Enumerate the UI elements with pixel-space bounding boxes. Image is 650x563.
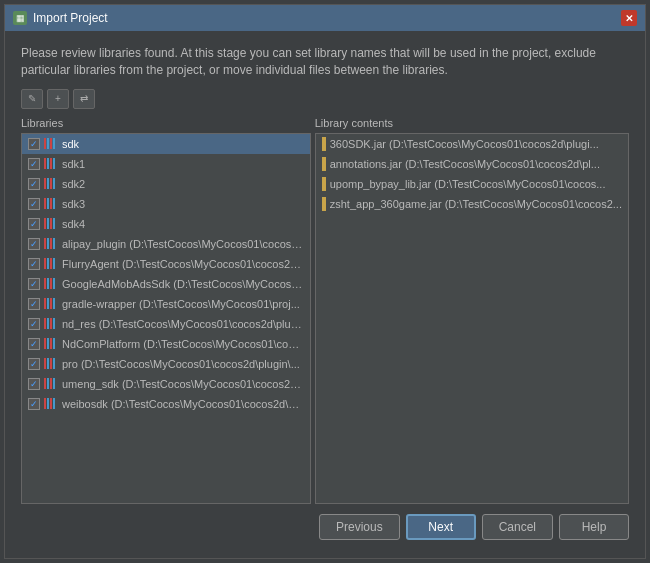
lib-name: pro (D:\TestCocos\MyCocos01\cocos2d\plug… xyxy=(62,358,300,370)
lib-checkbox[interactable]: ✓ xyxy=(28,298,40,310)
contents-label: Library contents xyxy=(315,117,629,129)
import-project-window: ▦ Import Project ✕ Please review librari… xyxy=(4,4,646,559)
content-separator-icon xyxy=(322,137,326,151)
list-item[interactable]: ✓FlurryAgent (D:\TestCocos\MyCocos01\coc… xyxy=(22,254,310,274)
previous-button[interactable]: Previous xyxy=(319,514,400,540)
lib-checkbox[interactable]: ✓ xyxy=(28,358,40,370)
window-icon: ▦ xyxy=(13,11,27,25)
list-item[interactable]: ✓alipay_plugin (D:\TestCocos\MyCocos01\c… xyxy=(22,234,310,254)
lib-name: gradle-wrapper (D:\TestCocos\MyCocos01\p… xyxy=(62,298,300,310)
lib-checkbox[interactable]: ✓ xyxy=(28,238,40,250)
lib-name: sdk4 xyxy=(62,218,85,230)
lib-name: sdk1 xyxy=(62,158,85,170)
lib-icon xyxy=(44,177,58,191)
list-item[interactable]: annotations.jar (D:\TestCocos\MyCocos01\… xyxy=(316,154,628,174)
footer-buttons: Previous Next Cancel Help xyxy=(21,504,629,544)
content-name: zsht_app_360game.jar (D:\TestCocos\MyCoc… xyxy=(330,198,622,210)
list-item[interactable]: ✓sdk4 xyxy=(22,214,310,234)
lib-name: alipay_plugin (D:\TestCocos\MyCocos01\co… xyxy=(62,238,304,250)
libraries-label: Libraries xyxy=(21,117,311,129)
main-content: Please review libraries found. At this s… xyxy=(5,31,645,558)
edit-library-button[interactable]: + xyxy=(47,89,69,109)
list-item[interactable]: ✓GoogleAdMobAdsSdk (D:\TestCocos\MyCocos… xyxy=(22,274,310,294)
title-bar-left: ▦ Import Project xyxy=(13,11,108,25)
lib-checkbox[interactable]: ✓ xyxy=(28,338,40,350)
lib-icon xyxy=(44,337,58,351)
toolbar: ✎ + ⇄ xyxy=(21,89,629,109)
lib-icon xyxy=(44,257,58,271)
list-item[interactable]: ✓umeng_sdk (D:\TestCocos\MyCocos01\cocos… xyxy=(22,374,310,394)
lib-icon xyxy=(44,297,58,311)
lib-name: umeng_sdk (D:\TestCocos\MyCocos01\cocos2… xyxy=(62,378,304,390)
lib-name: FlurryAgent (D:\TestCocos\MyCocos01\coco… xyxy=(62,258,304,270)
cancel-button[interactable]: Cancel xyxy=(482,514,553,540)
remove-library-button[interactable]: ⇄ xyxy=(73,89,95,109)
close-button[interactable]: ✕ xyxy=(621,10,637,26)
lib-name: sdk3 xyxy=(62,198,85,210)
list-item[interactable]: zsht_app_360game.jar (D:\TestCocos\MyCoc… xyxy=(316,194,628,214)
lib-icon xyxy=(44,197,58,211)
lib-icon xyxy=(44,137,58,151)
contents-panel: Library contents 360SDK.jar (D:\TestCoco… xyxy=(315,117,629,504)
lib-name: nd_res (D:\TestCocos\MyCocos01\cocos2d\p… xyxy=(62,318,304,330)
lib-icon xyxy=(44,357,58,371)
window-title: Import Project xyxy=(33,11,108,25)
lib-checkbox[interactable]: ✓ xyxy=(28,218,40,230)
help-button[interactable]: Help xyxy=(559,514,629,540)
list-item[interactable]: ✓nd_res (D:\TestCocos\MyCocos01\cocos2d\… xyxy=(22,314,310,334)
lib-checkbox[interactable]: ✓ xyxy=(28,158,40,170)
contents-list[interactable]: 360SDK.jar (D:\TestCocos\MyCocos01\cocos… xyxy=(315,133,629,504)
lib-icon xyxy=(44,237,58,251)
list-item[interactable]: ✓sdk2 xyxy=(22,174,310,194)
lib-checkbox[interactable]: ✓ xyxy=(28,318,40,330)
next-button[interactable]: Next xyxy=(406,514,476,540)
lib-checkbox[interactable]: ✓ xyxy=(28,398,40,410)
content-separator-icon xyxy=(322,157,326,171)
lib-name: weibosdk (D:\TestCocos\MyCocos01\cocos2d… xyxy=(62,398,304,410)
lib-icon xyxy=(44,397,58,411)
list-item[interactable]: upomp_bypay_lib.jar (D:\TestCocos\MyCoco… xyxy=(316,174,628,194)
list-item[interactable]: ✓NdComPlatform (D:\TestCocos\MyCocos01\c… xyxy=(22,334,310,354)
content-name: 360SDK.jar (D:\TestCocos\MyCocos01\cocos… xyxy=(330,138,599,150)
add-library-button[interactable]: ✎ xyxy=(21,89,43,109)
lib-checkbox[interactable]: ✓ xyxy=(28,198,40,210)
panels-container: Libraries ✓sdk✓sdk1✓sdk2✓sdk3✓sdk4✓alipa… xyxy=(21,117,629,504)
lib-icon xyxy=(44,377,58,391)
list-item[interactable]: ✓weibosdk (D:\TestCocos\MyCocos01\cocos2… xyxy=(22,394,310,414)
lib-name: sdk xyxy=(62,138,79,150)
lib-checkbox[interactable]: ✓ xyxy=(28,138,40,150)
list-item[interactable]: ✓sdk xyxy=(22,134,310,154)
lib-icon xyxy=(44,317,58,331)
lib-checkbox[interactable]: ✓ xyxy=(28,178,40,190)
lib-checkbox[interactable]: ✓ xyxy=(28,258,40,270)
list-item[interactable]: ✓sdk3 xyxy=(22,194,310,214)
lib-name: GoogleAdMobAdsSdk (D:\TestCocos\MyCocos0… xyxy=(62,278,304,290)
content-name: upomp_bypay_lib.jar (D:\TestCocos\MyCoco… xyxy=(330,178,606,190)
content-name: annotations.jar (D:\TestCocos\MyCocos01\… xyxy=(330,158,600,170)
lib-checkbox[interactable]: ✓ xyxy=(28,378,40,390)
list-item[interactable]: ✓gradle-wrapper (D:\TestCocos\MyCocos01\… xyxy=(22,294,310,314)
libraries-panel: Libraries ✓sdk✓sdk1✓sdk2✓sdk3✓sdk4✓alipa… xyxy=(21,117,311,504)
lib-checkbox[interactable]: ✓ xyxy=(28,278,40,290)
lib-icon xyxy=(44,157,58,171)
content-separator-icon xyxy=(322,177,326,191)
lib-name: sdk2 xyxy=(62,178,85,190)
list-item[interactable]: ✓pro (D:\TestCocos\MyCocos01\cocos2d\plu… xyxy=(22,354,310,374)
lib-name: NdComPlatform (D:\TestCocos\MyCocos01\co… xyxy=(62,338,304,350)
title-bar: ▦ Import Project ✕ xyxy=(5,5,645,31)
description-text: Please review libraries found. At this s… xyxy=(21,45,629,79)
lib-icon xyxy=(44,277,58,291)
list-item[interactable]: 360SDK.jar (D:\TestCocos\MyCocos01\cocos… xyxy=(316,134,628,154)
list-item[interactable]: ✓sdk1 xyxy=(22,154,310,174)
lib-icon xyxy=(44,217,58,231)
content-separator-icon xyxy=(322,197,326,211)
libraries-list[interactable]: ✓sdk✓sdk1✓sdk2✓sdk3✓sdk4✓alipay_plugin (… xyxy=(21,133,311,504)
